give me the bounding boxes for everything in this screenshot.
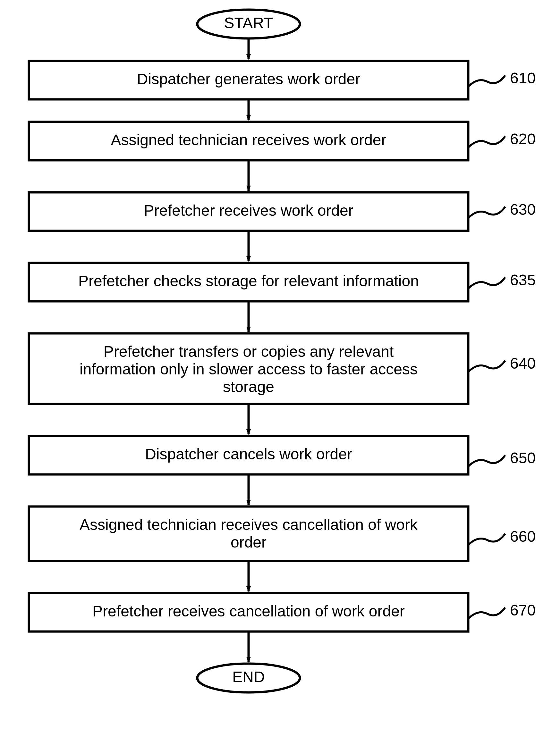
start-terminator: START bbox=[197, 10, 300, 38]
step-660-line1: Assigned technician receives cancellatio… bbox=[80, 516, 418, 533]
step-630: Prefetcher receives work order bbox=[29, 192, 468, 231]
leader-635 bbox=[468, 277, 505, 289]
step-635: Prefetcher checks storage for relevant i… bbox=[29, 263, 468, 301]
leader-650 bbox=[468, 455, 505, 466]
start-label: START bbox=[224, 14, 273, 31]
leader-610 bbox=[468, 75, 505, 87]
step-620-text: Assigned technician receives work order bbox=[111, 131, 386, 149]
step-660-line2: order bbox=[230, 534, 267, 551]
ref-635: 635 bbox=[510, 271, 536, 289]
ref-670: 670 bbox=[510, 602, 536, 619]
leader-640 bbox=[468, 361, 505, 372]
end-label: END bbox=[232, 669, 265, 685]
step-640-line2: information only in slower access to fas… bbox=[80, 361, 417, 378]
step-650-text: Dispatcher cancels work order bbox=[145, 446, 352, 462]
flowchart: START Dispatcher generates work order 61… bbox=[0, 0, 560, 745]
leader-660 bbox=[468, 534, 505, 545]
end-terminator: END bbox=[197, 663, 300, 692]
leader-670 bbox=[468, 608, 505, 619]
step-610-text: Dispatcher generates work order bbox=[137, 70, 360, 88]
step-670-text: Prefetcher receives cancellation of work… bbox=[92, 603, 405, 620]
step-635-text: Prefetcher checks storage for relevant i… bbox=[78, 272, 419, 289]
leader-620 bbox=[468, 136, 505, 148]
step-660: Assigned technician receives cancellatio… bbox=[29, 507, 468, 561]
ref-610: 610 bbox=[510, 70, 536, 87]
step-640-line3: storage bbox=[223, 378, 274, 395]
step-650: Dispatcher cancels work order bbox=[29, 436, 468, 475]
step-630-text: Prefetcher receives work order bbox=[144, 202, 353, 219]
ref-650: 650 bbox=[510, 449, 536, 466]
ref-620: 620 bbox=[510, 130, 536, 148]
leader-630 bbox=[468, 207, 505, 218]
ref-660: 660 bbox=[510, 528, 536, 545]
step-670: Prefetcher receives cancellation of work… bbox=[29, 593, 468, 631]
step-620: Assigned technician receives work order bbox=[29, 122, 468, 160]
step-640-line1: Prefetcher transfers or copies any relev… bbox=[103, 343, 394, 360]
ref-640: 640 bbox=[510, 355, 536, 372]
step-640: Prefetcher transfers or copies any relev… bbox=[29, 333, 468, 404]
step-610: Dispatcher generates work order bbox=[29, 61, 468, 99]
ref-630: 630 bbox=[510, 201, 536, 218]
